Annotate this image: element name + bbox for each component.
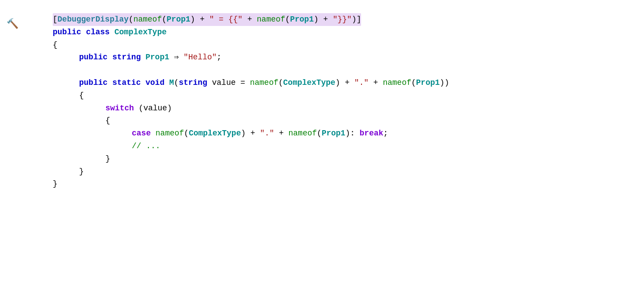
token: { xyxy=(105,114,110,127)
token: (value) xyxy=(134,102,172,115)
token: } xyxy=(79,165,84,178)
code-line: case nameof(ComplexType) + "." + nameof(… xyxy=(0,127,644,140)
token: M xyxy=(169,77,174,89)
token: ComplexType xyxy=(114,26,166,39)
token: ; xyxy=(384,127,388,140)
token: nameof xyxy=(156,127,184,140)
token: ; xyxy=(217,51,221,64)
token: } xyxy=(105,153,110,165)
token: string xyxy=(179,77,207,89)
token: DebuggerDisplay xyxy=(58,15,129,24)
token: switch xyxy=(105,102,134,115)
code-line: } xyxy=(0,178,644,190)
token: value = xyxy=(207,77,250,89)
code-line: switch (value) xyxy=(0,102,644,115)
token: ) + xyxy=(241,127,260,140)
token: ComplexType xyxy=(283,77,336,89)
token: )) xyxy=(440,77,449,89)
attribute-highlight: [DebuggerDisplay(nameof(Prop1) + " = {{"… xyxy=(53,13,361,26)
token: ( xyxy=(174,77,179,89)
code-line: public string Prop1 ⇒ "Hello"; xyxy=(0,51,644,64)
token: nameof xyxy=(289,127,317,140)
code-line: public static void M(string value = name… xyxy=(0,77,644,89)
token xyxy=(108,51,112,64)
token: ) + xyxy=(335,77,354,89)
token: } xyxy=(53,178,58,190)
token: ] xyxy=(356,15,361,24)
token: ComplexType xyxy=(189,127,241,140)
token: ( xyxy=(184,127,189,140)
token: ) xyxy=(190,15,195,24)
token: Prop1 xyxy=(322,127,345,140)
token: ( xyxy=(285,15,290,24)
token: class xyxy=(86,26,110,39)
token: ): xyxy=(345,127,359,140)
token: // ... xyxy=(132,140,160,153)
token xyxy=(141,77,145,89)
token: public xyxy=(53,26,81,39)
token: ) xyxy=(352,15,357,24)
token: ( xyxy=(162,15,166,24)
token: [ xyxy=(53,15,58,24)
token: public xyxy=(79,77,108,89)
token: + xyxy=(195,15,209,24)
code-line xyxy=(0,64,644,77)
token xyxy=(110,26,115,39)
token: nameof xyxy=(257,15,286,24)
token: nameof xyxy=(383,77,411,89)
token: Prop1 xyxy=(416,77,440,89)
token: Prop1 xyxy=(290,15,314,24)
token xyxy=(141,51,145,64)
token: static xyxy=(112,77,141,89)
code-line: } xyxy=(0,165,644,178)
code-container: 🔨 [DebuggerDisplay(nameof(Prop1) + " = {… xyxy=(0,9,644,195)
token: case xyxy=(132,127,151,140)
token: { xyxy=(53,39,58,51)
token: ) xyxy=(314,15,318,24)
code-line: { xyxy=(0,89,644,102)
token xyxy=(108,77,112,89)
token: Prop1 xyxy=(145,51,169,64)
token: { xyxy=(79,89,84,102)
token: " = {{" xyxy=(210,15,243,24)
code-line: // ... xyxy=(0,140,644,153)
token xyxy=(81,26,86,39)
token: "}}" xyxy=(333,15,351,24)
token: + xyxy=(318,15,333,24)
token: ( xyxy=(279,77,283,89)
token: ⇒ xyxy=(169,51,183,64)
token: ( xyxy=(129,15,134,24)
code-line: [DebuggerDisplay(nameof(Prop1) + " = {{"… xyxy=(0,13,644,26)
token: "Hello" xyxy=(184,51,217,64)
token xyxy=(164,77,169,89)
token: + xyxy=(242,15,257,24)
code-line: { xyxy=(0,114,644,127)
token: void xyxy=(145,77,164,89)
token: break xyxy=(360,127,384,140)
token: "." xyxy=(355,77,369,89)
token: + xyxy=(274,127,288,140)
token: nameof xyxy=(250,77,279,89)
token: string xyxy=(112,51,141,64)
code-line: } xyxy=(0,153,644,165)
token: Prop1 xyxy=(166,15,190,24)
token xyxy=(151,127,156,140)
token: public xyxy=(79,51,108,64)
token: nameof xyxy=(134,15,162,24)
code-line: public class ComplexType xyxy=(0,26,644,39)
token: ( xyxy=(411,77,416,89)
token: ( xyxy=(317,127,322,140)
token: + xyxy=(369,77,383,89)
code-line: { xyxy=(0,39,644,51)
token: "." xyxy=(260,127,274,140)
